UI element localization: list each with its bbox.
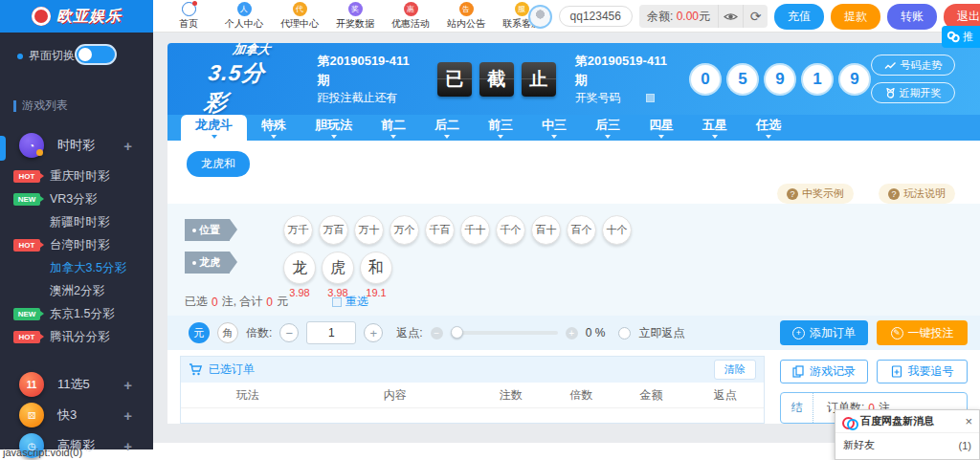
game-header: 加拿大 3.5分彩 第20190519-411期 距投注截止还有 已 截 止 第… — [167, 43, 980, 115]
close-icon[interactable]: × — [965, 414, 972, 428]
sidebar-group-kuai3[interactable]: ⚄ 快3 + — [0, 402, 153, 428]
selection-summary: 已选 0 注, 合计 0 元 重选 — [185, 294, 368, 310]
hot-badge: HOT — [13, 170, 40, 183]
sidebar-item-xinjiang[interactable]: 新疆时时彩 — [0, 210, 153, 233]
option-tie[interactable]: 和 19.1 — [360, 252, 392, 298]
new-badge: NEW — [13, 193, 40, 206]
multiplier-plus-button[interactable]: + — [364, 323, 383, 342]
multiplier-label: 倍数: — [246, 325, 272, 341]
section-bar-icon — [13, 100, 16, 112]
sidebar-item-tencent[interactable]: HOT 腾讯分分彩 — [0, 325, 153, 348]
nav-item-promotions[interactable]: 惠 优惠活动 — [383, 2, 438, 31]
tab-back-3[interactable]: 后三 — [581, 115, 635, 141]
slider-knob[interactable] — [451, 326, 463, 339]
sidebar-item-australia2[interactable]: 澳洲2分彩 — [0, 279, 153, 302]
position-row: 位置 万千 万百 万十 万个 千百 千十 千个 百十 百个 十个 — [185, 215, 632, 245]
help-links: ? 中奖示例 ? 玩法说明 — [777, 184, 955, 204]
tab-5-star[interactable]: 五星 — [688, 115, 742, 141]
sidebar-group-11x5[interactable]: 11 11选5 + — [0, 371, 153, 398]
play-rules-link[interactable]: ? 玩法说明 — [879, 184, 955, 204]
tab-optional[interactable]: 任选 — [742, 115, 795, 141]
sidebar-item-vr3[interactable]: NEW VR3分彩 — [0, 187, 153, 210]
option-tiger[interactable]: 虎 3.98 — [322, 252, 354, 298]
chase-number-button[interactable]: 我要追号 — [877, 360, 968, 383]
nav-item-home[interactable]: 首页 — [161, 2, 216, 31]
unit-jiao-button[interactable]: 角 — [217, 322, 238, 343]
tab-special[interactable]: 特殊 — [247, 115, 301, 141]
option-dragon[interactable]: 龙 3.98 — [283, 252, 316, 298]
nav-item-agent-center[interactable]: 代 代理中心 — [272, 2, 327, 31]
nav-item-announcements[interactable]: 告 站内公告 — [438, 2, 494, 31]
sidebar-item-tokyo15[interactable]: NEW 东京1.5分彩 — [0, 302, 153, 325]
expand-icon[interactable]: + — [123, 438, 132, 454]
position-option[interactable]: 千十 — [460, 215, 490, 245]
recent-draws-button[interactable]: 近期开奖 — [871, 82, 955, 103]
popup-item-row[interactable]: 新好友 (1) — [835, 433, 979, 457]
quick-bet-button[interactable]: ✎ 一键投注 — [877, 320, 968, 345]
winning-example-link[interactable]: ? 中奖示例 — [777, 184, 854, 204]
position-option[interactable]: 千个 — [496, 215, 525, 245]
column-header: 注数 — [476, 387, 546, 404]
unit-yuan-button[interactable]: 元 — [189, 322, 210, 343]
plus-circle-icon: + — [792, 327, 805, 340]
multiplier-input[interactable] — [306, 321, 356, 344]
tab-back-2[interactable]: 后二 — [420, 115, 474, 141]
tab-dan-play[interactable]: 胆玩法 — [301, 115, 367, 141]
position-option[interactable]: 万百 — [319, 215, 348, 245]
brand-logo[interactable]: 欧亚娱乐 — [0, 0, 153, 33]
position-option[interactable]: 万千 — [283, 215, 313, 245]
settle-label: 结 — [781, 393, 813, 423]
nav-item-user-center[interactable]: 人 个人中心 — [216, 2, 272, 31]
position-option[interactable]: 万十 — [354, 215, 384, 245]
transfer-button[interactable]: 转账 — [887, 4, 937, 30]
sidebar: 界面切换 游戏列表 ◔ 时时彩 + HOT 重庆时时彩 NEW VR3分彩 新疆… — [0, 33, 153, 449]
sidebar-item-canada35[interactable]: 加拿大3.5分彩 — [0, 256, 153, 279]
position-option[interactable]: 万个 — [390, 215, 419, 245]
draw-block: 第20190519-411期 开奖号码 — [575, 52, 674, 106]
position-option[interactable]: 十个 — [602, 215, 632, 245]
sidebar-item-chongqing[interactable]: HOT 重庆时时彩 — [0, 164, 153, 187]
avatar[interactable] — [528, 5, 552, 29]
multiplier-minus-button[interactable]: − — [279, 323, 299, 342]
withdraw-button[interactable]: 提款 — [831, 4, 880, 30]
rebate-minus-button[interactable]: − — [431, 327, 443, 340]
tab-front-3[interactable]: 前三 — [474, 115, 527, 141]
game-record-button[interactable]: 游戏记录 — [780, 360, 868, 383]
closed-char: 已 — [437, 62, 472, 97]
play-tabs: 龙虎斗 特殊 胆玩法 前二 后二 前三 中三 后三 四星 五星 任选 — [167, 115, 980, 141]
announcement-icon: 告 — [459, 2, 474, 16]
expand-icon[interactable]: + — [123, 407, 132, 424]
dragon-tiger-tag: 龙虎 — [185, 252, 230, 274]
tab-middle-3[interactable]: 中三 — [527, 115, 581, 141]
loading-square-icon — [646, 94, 655, 102]
recharge-button[interactable]: 充值 — [774, 4, 824, 30]
balance-value: 0.00 — [677, 10, 699, 23]
tab-4-star[interactable]: 四星 — [635, 115, 688, 141]
nav-item-draw-data[interactable]: 奖 开奖数据 — [327, 2, 383, 31]
add-order-button[interactable]: + 添加订单 — [780, 320, 868, 345]
ui-switch-label: 界面切换 — [29, 48, 75, 64]
popup-item-label: 新好友 — [843, 438, 875, 452]
clear-orders-button[interactable]: 清除 — [714, 360, 756, 380]
netdisk-notification-popup: 百度网盘新消息 × 新好友 (1) — [835, 409, 980, 460]
subtab-dragon-tiger-tie[interactable]: 龙虎和 — [187, 151, 250, 177]
tab-dragon-tiger[interactable]: 龙虎斗 — [181, 115, 247, 141]
sidebar-group-ssc[interactable]: ◔ 时时彩 + — [0, 132, 153, 159]
expand-icon[interactable]: + — [123, 377, 132, 393]
position-option[interactable]: 百个 — [567, 215, 596, 245]
baidu-netdisk-widget[interactable]: 推 — [942, 26, 980, 48]
rebate-plus-button[interactable]: + — [566, 327, 578, 340]
refresh-icon[interactable]: ⟳ — [743, 5, 768, 28]
expand-icon[interactable]: + — [123, 138, 132, 154]
number-trend-button[interactable]: 号码走势 — [871, 55, 955, 76]
hot-badge: HOT — [13, 331, 40, 343]
eye-icon[interactable] — [718, 5, 743, 28]
sidebar-item-taiwan[interactable]: HOT 台湾时时彩 — [0, 233, 153, 256]
rebate-slider[interactable] — [451, 331, 558, 335]
tab-front-2[interactable]: 前二 — [367, 115, 420, 141]
reselect-link[interactable]: 重选 — [332, 294, 368, 310]
instant-rebate-radio[interactable] — [618, 327, 631, 340]
ui-switch-toggle[interactable] — [75, 44, 117, 65]
position-option[interactable]: 百十 — [531, 215, 561, 245]
position-option[interactable]: 千百 — [425, 215, 455, 245]
